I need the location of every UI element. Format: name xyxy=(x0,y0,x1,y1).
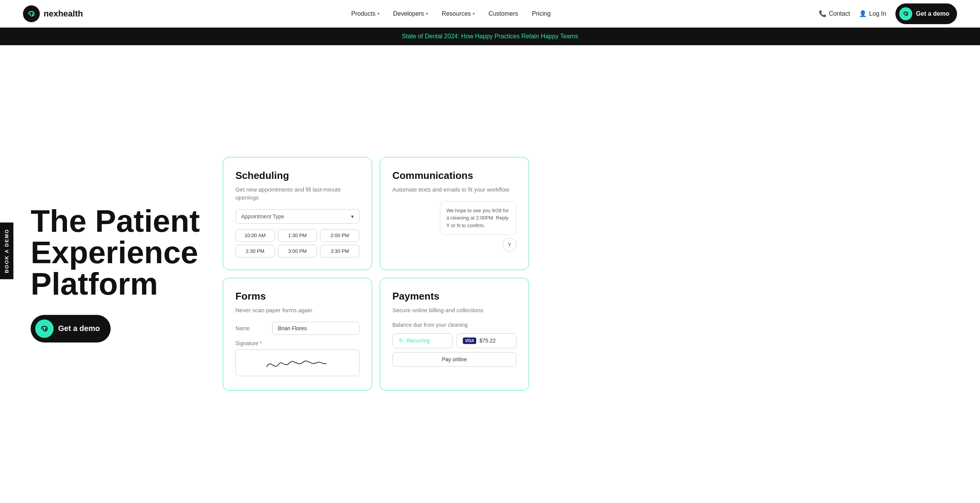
payments-desc: Secure online billing and collections xyxy=(392,306,516,314)
time-slot[interactable]: 3:00 PM xyxy=(278,245,317,257)
communications-desc: Automate texts and emails to fit your wo… xyxy=(392,185,516,193)
forms-card: Forms Never scan paper forms again Name … xyxy=(223,278,372,391)
time-slot[interactable]: 1:30 PM xyxy=(278,229,317,242)
book-demo-sidebar-button[interactable]: BOOK A DEMO xyxy=(0,223,13,279)
scheduling-desc: Get new appointments and fill last-minut… xyxy=(235,185,359,202)
contact-link[interactable]: 📞 Contact xyxy=(819,10,850,17)
hero-section: The Patient Experience Platform Get a de… xyxy=(0,45,980,502)
amount-chip[interactable]: VISA $75.22 xyxy=(456,333,516,348)
chat-message-bubble: We hope to see you 9/28 for a cleaning a… xyxy=(440,201,516,235)
time-slots-grid: 10:00 AM 1:30 PM 2:00 PM 2:30 PM 3:00 PM… xyxy=(235,229,359,257)
communications-card: Communications Automate texts and emails… xyxy=(380,157,529,270)
name-input[interactable]: Brian Flores xyxy=(272,322,359,335)
chevron-down-icon: ▾ xyxy=(426,11,428,16)
nav-customers[interactable]: Customers xyxy=(488,10,518,17)
forms-desc: Never scan paper forms again xyxy=(235,306,359,314)
logo-text: nexhealth xyxy=(44,9,83,19)
nav-demo-button[interactable]: Get a demo xyxy=(895,3,957,24)
chat-reply-button[interactable]: Y xyxy=(503,238,516,252)
hero-left: The Patient Experience Platform Get a de… xyxy=(31,205,200,342)
name-field-row: Name Brian Flores xyxy=(235,322,359,335)
chevron-down-icon: ▾ xyxy=(351,213,354,220)
required-marker: * xyxy=(260,340,262,346)
payments-card: Payments Secure online billing and colle… xyxy=(380,278,529,391)
time-slot[interactable]: 2:30 PM xyxy=(235,245,275,257)
announcement-bar[interactable]: State of Dental 2024: How Happy Practice… xyxy=(0,28,980,45)
chevron-down-icon: ▾ xyxy=(377,11,379,16)
hero-cta-button[interactable]: Get a demo xyxy=(31,315,111,342)
login-link[interactable]: 👤 Log In xyxy=(859,10,886,17)
signature-field-row: Signature * xyxy=(235,340,359,376)
nav-products[interactable]: Products ▾ xyxy=(351,10,379,17)
signature-box[interactable] xyxy=(235,349,359,376)
pay-online-button[interactable]: Pay online xyxy=(392,352,516,367)
recurring-chip[interactable]: ↻ Recurring xyxy=(392,333,452,348)
user-icon: 👤 xyxy=(859,10,867,17)
logo-link[interactable]: nexhealth xyxy=(23,5,83,22)
chevron-down-icon: ▾ xyxy=(473,11,475,16)
scheduling-card: Scheduling Get new appointments and fill… xyxy=(223,157,372,270)
nav-demo-icon xyxy=(899,7,912,20)
appointment-type-select[interactable]: Appointment Type ▾ xyxy=(235,209,359,224)
visa-badge: VISA xyxy=(463,338,476,344)
signature-label: Signature * xyxy=(235,340,359,346)
payments-title: Payments xyxy=(392,290,516,302)
hero-cta-icon xyxy=(35,319,54,338)
balance-label: Balance due from your cleaning xyxy=(392,322,516,328)
book-demo-sidebar[interactable]: BOOK A DEMO xyxy=(0,223,13,281)
cards-grid: Scheduling Get new appointments and fill… xyxy=(223,157,529,391)
nav-links: Products ▾ Developers ▾ Resources ▾ Cust… xyxy=(351,10,551,17)
signature-drawing xyxy=(236,351,359,374)
time-slot[interactable]: 3:30 PM xyxy=(320,245,359,257)
payment-options-row: ↻ Recurring VISA $75.22 xyxy=(392,333,516,348)
logo-icon xyxy=(23,5,40,22)
scheduling-title: Scheduling xyxy=(235,170,359,182)
forms-title: Forms xyxy=(235,290,359,302)
navbar: nexhealth Products ▾ Developers ▾ Resour… xyxy=(0,0,980,28)
nav-actions: 📞 Contact 👤 Log In Get a demo xyxy=(819,3,957,24)
nav-developers[interactable]: Developers ▾ xyxy=(393,10,428,17)
name-label: Name xyxy=(235,325,266,331)
nav-pricing[interactable]: Pricing xyxy=(532,10,550,17)
phone-icon: 📞 xyxy=(819,10,826,17)
time-slot[interactable]: 2:00 PM xyxy=(320,229,359,242)
hero-title: The Patient Experience Platform xyxy=(31,205,200,300)
time-slot[interactable]: 10:00 AM xyxy=(235,229,275,242)
recurring-icon: ↻ xyxy=(399,338,403,344)
communications-title: Communications xyxy=(392,170,516,182)
nav-resources[interactable]: Resources ▾ xyxy=(442,10,475,17)
